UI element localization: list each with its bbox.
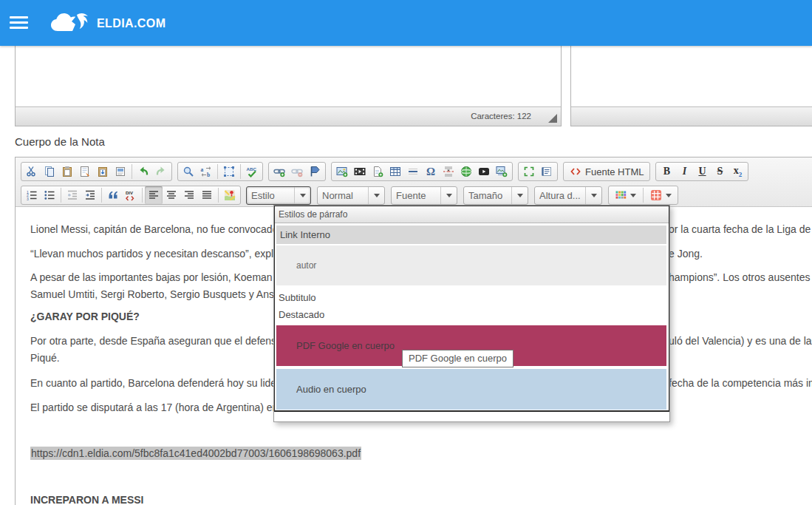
align-justify-button[interactable] xyxy=(198,186,216,204)
indent-button[interactable] xyxy=(81,186,99,204)
source-icon xyxy=(570,166,581,177)
page-plus-icon xyxy=(372,166,383,177)
bullet-list-button[interactable] xyxy=(41,186,58,204)
combo-estilo[interactable]: Estilo xyxy=(246,186,311,205)
title-editor-content[interactable] xyxy=(16,46,561,107)
bold-button[interactable]: B xyxy=(658,163,675,180)
text-fragment-left: ¿GARAY POR PIQUÉ? xyxy=(30,311,140,322)
redo-button xyxy=(152,163,170,180)
copy-button[interactable] xyxy=(41,163,58,180)
combo-altura-d[interactable]: Altura d... xyxy=(534,186,602,205)
title-editor-statusbar: Caracteres: 122 xyxy=(16,106,561,126)
paste-icon xyxy=(61,166,73,177)
anchor-button[interactable] xyxy=(306,163,324,180)
select-all-button[interactable] xyxy=(220,163,238,180)
cut-icon xyxy=(26,166,38,177)
align-left-button[interactable] xyxy=(145,186,163,204)
templates-button[interactable] xyxy=(112,163,129,180)
combo-label: Fuente xyxy=(396,190,436,201)
table-icon xyxy=(389,166,401,177)
chevron-down-icon xyxy=(440,187,452,204)
italic-button[interactable]: I xyxy=(675,163,693,180)
combo-label: Normal xyxy=(322,190,364,201)
toolbar-separator xyxy=(132,164,132,179)
paste-word-button[interactable] xyxy=(94,163,112,180)
hamburger-menu-icon[interactable] xyxy=(10,16,28,30)
div-container-icon: DIV xyxy=(125,189,137,201)
align-justify-icon xyxy=(201,189,213,201)
underline-button[interactable]: U xyxy=(693,163,711,180)
media-button[interactable] xyxy=(351,163,369,180)
link-icon xyxy=(273,166,285,177)
text-fragment-right: uló del Valencia) y es una de las c xyxy=(669,335,812,347)
combo-label: Altura d... xyxy=(539,190,581,201)
link-button[interactable] xyxy=(270,163,288,180)
align-center-button[interactable] xyxy=(163,186,180,204)
anchor-icon xyxy=(309,166,321,177)
style-option-subtitulo[interactable]: Subtitulo xyxy=(275,289,669,306)
undo-button[interactable] xyxy=(134,163,152,180)
align-left-icon xyxy=(148,189,160,201)
paste-text-icon xyxy=(79,166,91,177)
image-gallery-button[interactable] xyxy=(493,163,511,180)
redo-icon xyxy=(155,166,167,177)
editor-toolbar: abABCΩFuente HTMLBIUSx2 123DIVEstiloNorm… xyxy=(16,157,812,207)
chevron-down-icon xyxy=(630,194,636,197)
replace-button[interactable]: ab xyxy=(197,163,215,180)
chevron-down-icon xyxy=(368,187,380,204)
toolbar-separator xyxy=(101,188,102,203)
google-maps-button[interactable] xyxy=(221,186,239,204)
toolbar-group xyxy=(268,162,326,181)
show-blocks-button[interactable] xyxy=(538,163,556,180)
horizontal-rule-button[interactable] xyxy=(404,163,422,180)
replace-icon: ab xyxy=(200,166,212,177)
image-icon xyxy=(336,166,348,177)
spellcheck-button[interactable]: ABC xyxy=(243,163,261,180)
table-button[interactable] xyxy=(386,163,404,180)
paste-text-button[interactable] xyxy=(76,163,94,180)
title-editor-panel: Caracteres: 122 xyxy=(15,46,562,126)
text-color-button[interactable] xyxy=(610,186,641,204)
combo-fuente[interactable]: Fuente xyxy=(391,186,457,205)
style-option-link-interno[interactable]: Link Interno xyxy=(276,226,666,244)
source-label: Fuente HTML xyxy=(585,166,644,177)
image-button[interactable] xyxy=(333,163,351,180)
style-option-autor[interactable]: autor xyxy=(276,245,666,285)
iframe-button[interactable] xyxy=(457,163,475,180)
maximize-icon xyxy=(523,166,535,177)
page-plus-button[interactable] xyxy=(369,163,386,180)
special-char-button[interactable]: Ω xyxy=(422,163,440,180)
numbered-list-icon: 123 xyxy=(26,189,38,201)
subscript-button[interactable]: x2 xyxy=(729,163,746,180)
cut-button[interactable] xyxy=(23,163,41,180)
text-fragment-right: hampions”. Los otros ausentes s xyxy=(669,271,812,283)
page-break-button[interactable] xyxy=(440,163,457,180)
blockquote-button[interactable] xyxy=(104,186,122,204)
combo-normal[interactable]: Normal xyxy=(317,186,385,205)
secondary-editor-content[interactable] xyxy=(571,46,812,107)
undo-icon xyxy=(137,166,149,177)
body-text-line: https://cdn1.eldia.com/5fbc8fa1c41ed4002… xyxy=(30,447,812,464)
resize-grip-icon[interactable] xyxy=(548,114,557,123)
paste-button[interactable] xyxy=(58,163,76,180)
source-button[interactable]: Fuente HTML xyxy=(565,163,648,180)
svg-text:ABC: ABC xyxy=(247,166,257,172)
text-fragment-right: e Jong. xyxy=(669,248,703,260)
strikethrough-button[interactable]: S xyxy=(711,163,729,180)
numbered-list-button[interactable]: 123 xyxy=(23,186,41,204)
toolbar-separator xyxy=(142,188,143,203)
toolbar-row-2: 123DIVEstiloNormalFuenteTamañoAltura d..… xyxy=(21,183,812,207)
maximize-button[interactable] xyxy=(520,163,538,180)
background-color-button[interactable] xyxy=(646,186,676,204)
combo-tama-o[interactable]: Tamaño xyxy=(463,186,528,205)
align-right-button[interactable] xyxy=(180,186,198,204)
youtube-button[interactable] xyxy=(475,163,493,180)
text-fragment-left: “Llevan muchos partidos y necesitan desc… xyxy=(30,248,287,260)
find-button[interactable] xyxy=(180,163,197,180)
text-fragment-left: Samuel Umtiti, Sergi Roberto, Sergio Bus… xyxy=(30,288,289,300)
unlink-button xyxy=(288,163,306,180)
style-option-destacado[interactable]: Destacado xyxy=(275,306,669,323)
media-icon xyxy=(354,166,366,177)
style-option-audio-en-cuerpo[interactable]: Audio en cuerpo xyxy=(276,369,666,410)
div-container-button[interactable]: DIV xyxy=(122,186,140,204)
